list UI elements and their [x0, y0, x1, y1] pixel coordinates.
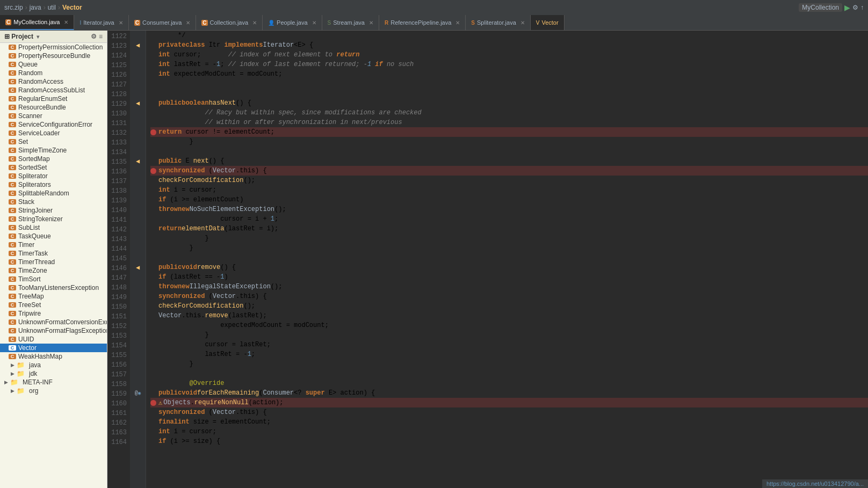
sidebar-item-tripwire[interactable]: C Tripwire [0, 309, 107, 318]
code-lines-wrapper[interactable]: 1122112311241125112611271128112911301131… [107, 31, 868, 488]
code-line[interactable]: throw new IllegalStateException(); [150, 282, 868, 292]
sidebar-item-stack[interactable]: C Stack [0, 198, 107, 206]
breadcrumb-srczip[interactable]: src.zip [4, 4, 23, 11]
code-line[interactable]: public void remove() { [150, 263, 868, 272]
tab-vector[interactable]: V Vector [531, 15, 565, 30]
code-line[interactable]: checkForComodification(); [150, 176, 868, 185]
sidebar-item-timezone[interactable]: C TimeZone [0, 266, 107, 275]
code-line[interactable]: cursor = lastRet; [150, 340, 868, 349]
code-line[interactable]: } [150, 330, 868, 340]
tab-close-stream[interactable]: ✕ [369, 20, 373, 26]
code-line[interactable]: int i = cursor; [150, 427, 868, 436]
code-line[interactable]: return cursor != elementCount; [150, 127, 868, 137]
sidebar-item-stringjoiner[interactable]: C StringJoiner [0, 206, 107, 215]
tab-spliterator[interactable]: S Spliterator.java ✕ [466, 15, 530, 30]
code-line[interactable]: if (i >= elementCount) [150, 195, 868, 205]
sidebar-item-queue[interactable]: C Queue [0, 60, 107, 69]
run-config-label[interactable]: MyCollection [799, 3, 842, 12]
sidebar-item-stringtokenizer[interactable]: C StringTokenizer [0, 215, 107, 223]
sidebar-item-timer[interactable]: C Timer [0, 241, 107, 249]
code-col[interactable]: */ private class Itr implements Iterator… [146, 31, 868, 488]
sidebar-item-timertask[interactable]: C TimerTask [0, 249, 107, 258]
code-line[interactable]: synchronized (Vector.this) { [150, 407, 868, 417]
tab-iterator[interactable]: I Iterator.java ✕ [74, 15, 128, 30]
project-dropdown[interactable]: ▾ [37, 34, 39, 40]
tab-close-people[interactable]: ✕ [312, 20, 316, 26]
code-line[interactable] [150, 89, 868, 98]
sidebar-collapse-icon[interactable]: ≡ [99, 33, 103, 40]
folder-item-java[interactable]: ▶ 📁 java [0, 361, 107, 369]
debug-button[interactable]: ⚙ [852, 4, 858, 11]
code-line[interactable]: synchronized (Vector.this) { [150, 166, 868, 176]
code-line[interactable]: int lastRet = -1; // index of last eleme… [150, 60, 868, 69]
sidebar-item-set[interactable]: C Set [0, 137, 107, 146]
sidebar-item-spliterator[interactable]: C Spliterator [0, 172, 107, 180]
code-line[interactable]: } [150, 359, 868, 369]
code-line[interactable]: lastRet = -1; [150, 349, 868, 359]
tab-close-consumer[interactable]: ✕ [186, 20, 190, 26]
sidebar-item-spliterators[interactable]: C Spliterators [0, 180, 107, 189]
code-line[interactable]: */ [150, 31, 868, 40]
sidebar-item-regularenumset[interactable]: C RegularEnumSet [0, 94, 107, 103]
code-line[interactable]: int i = cursor; [150, 185, 868, 195]
code-line[interactable]: public E next() { [150, 156, 868, 166]
sidebar-item-propertypermissioncollection[interactable]: C PropertyPermissionCollection [0, 43, 107, 52]
tab-close-spliterator[interactable]: ✕ [520, 20, 525, 26]
sidebar-item-propertyresourcebundle[interactable]: C PropertyResourceBundle [0, 52, 107, 60]
folder-item-meta-inf[interactable]: ▶ 📁 META-INF [0, 378, 107, 387]
sidebar-item-scanner[interactable]: C Scanner [0, 112, 107, 120]
sidebar-item-unknownformatflagsexception[interactable]: C UnknownFormatFlagsException [0, 326, 107, 335]
folder-item-org[interactable]: ▶ 📁 org [0, 387, 107, 395]
code-line[interactable]: private class Itr implements Iterator<E>… [150, 40, 868, 50]
tab-close-iterator[interactable]: ✕ [119, 20, 123, 26]
code-line[interactable]: throw new NoSuchElementException(); [150, 205, 868, 214]
sidebar-item-serviceconfigurationerror[interactable]: C ServiceConfigurationError [0, 120, 107, 129]
run-button[interactable]: ▶ [844, 3, 850, 12]
sidebar-item-splittablerandom[interactable]: C SplittableRandom [0, 189, 107, 198]
sidebar-item-toomanylistenersexception[interactable]: C TooManyListenersException [0, 283, 107, 292]
code-line[interactable]: Vector.this.remove(lastRet); [150, 311, 868, 321]
tab-stream[interactable]: S Stream.java ✕ [322, 15, 379, 30]
code-line[interactable]: int expectedModCount = modCount; [150, 69, 868, 79]
tab-people[interactable]: 👤 People.java ✕ [263, 15, 322, 30]
sidebar-item-sortedset[interactable]: C SortedSet [0, 163, 107, 172]
code-line[interactable]: public void forEachRemaining(Consumer<? … [150, 388, 868, 398]
breadcrumb-util[interactable]: util [48, 4, 56, 11]
code-line[interactable] [150, 147, 868, 156]
tab-mycollection[interactable]: C MyCollection.java ✕ [0, 15, 74, 30]
sidebar-item-serviceloader[interactable]: C ServiceLoader [0, 129, 107, 137]
sidebar-item-sublist[interactable]: C SubList [0, 223, 107, 232]
sidebar-item-weakhashmap[interactable]: C WeakHashMap [0, 352, 107, 361]
sidebar-item-taskqueue[interactable]: C TaskQueue [0, 232, 107, 241]
code-line[interactable]: // Racy but within spec, since modificat… [150, 108, 868, 118]
folder-item-jdk[interactable]: ▶ 📁 jdk [0, 369, 107, 378]
tab-close-referencepipeline[interactable]: ✕ [455, 20, 460, 26]
code-line[interactable]: synchronized (Vector.this) { [150, 292, 868, 301]
code-line[interactable]: checkForComodification(); [150, 301, 868, 311]
bottom-link[interactable]: https://blog.csdn.net/u013412790/a... [762, 479, 868, 488]
sidebar-item-simpletimezone[interactable]: C SimpleTimeZone [0, 146, 107, 155]
sidebar-item-sortedmap[interactable]: C SortedMap [0, 155, 107, 163]
code-line[interactable] [150, 79, 868, 89]
code-line[interactable]: final int size = elementCount; [150, 417, 868, 427]
sidebar-item-timsort[interactable]: C TimSort [0, 275, 107, 283]
code-line[interactable]: // within or after synchronization in ne… [150, 118, 868, 127]
breadcrumb-java[interactable]: java [30, 4, 41, 11]
code-line[interactable]: public boolean hasNext() { [150, 98, 868, 108]
editor[interactable]: 1122112311241125112611271128112911301131… [107, 31, 868, 488]
code-line[interactable]: if (lastRet == -1) [150, 272, 868, 282]
code-line[interactable]: @Override [150, 378, 868, 388]
tab-close-collection[interactable]: ✕ [252, 20, 257, 26]
sidebar-item-timerthread[interactable]: C TimerThread [0, 258, 107, 266]
tab-close-mycollection[interactable]: ✕ [64, 19, 68, 25]
sidebar-item-random[interactable]: C Random [0, 69, 107, 77]
code-line[interactable]: } [150, 234, 868, 243]
code-line[interactable] [150, 253, 868, 263]
code-line[interactable]: ⚠ Objects.requireNonNull(action); [150, 398, 868, 407]
sidebar-item-uuid[interactable]: C UUID [0, 335, 107, 344]
sidebar-item-randomaccess[interactable]: C RandomAccess [0, 77, 107, 86]
code-line[interactable]: cursor = i + 1; [150, 214, 868, 224]
tab-consumer[interactable]: C Consumer.java ✕ [129, 15, 197, 30]
sidebar-item-unknownformatconversionexception[interactable]: C UnknownFormatConversionException [0, 318, 107, 326]
code-line[interactable]: } [150, 137, 868, 147]
